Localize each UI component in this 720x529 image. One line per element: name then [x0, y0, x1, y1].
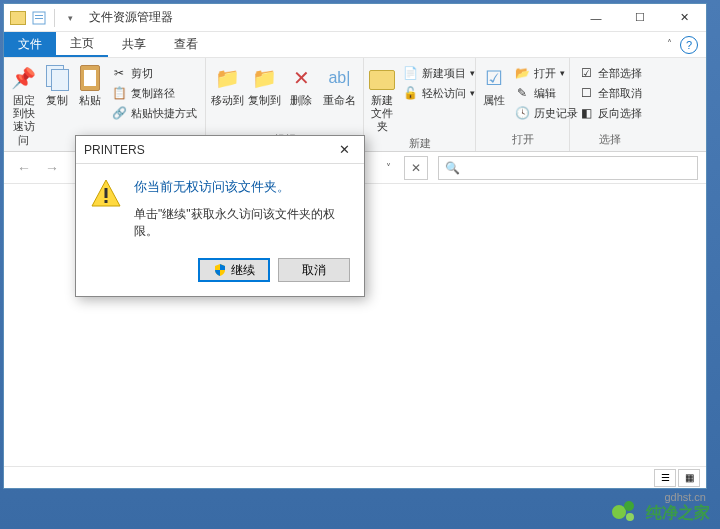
- delete-button[interactable]: ✕ 删除: [285, 60, 318, 107]
- select-all-icon: ☑: [578, 65, 594, 81]
- quick-access-toolbar: ▾: [4, 9, 85, 27]
- svg-rect-1: [35, 15, 43, 16]
- dialog-titlebar: PRINTERS ✕: [76, 136, 364, 164]
- easy-access-button[interactable]: 🔓轻松访问▾: [398, 84, 479, 102]
- maximize-button[interactable]: ☐: [618, 4, 662, 32]
- refresh-button[interactable]: ✕: [404, 156, 428, 180]
- select-all-button[interactable]: ☑全部选择: [574, 64, 646, 82]
- ribbon-collapse-icon[interactable]: ˄: [667, 38, 672, 49]
- history-icon: 🕓: [514, 105, 530, 121]
- paste-shortcut-button[interactable]: 🔗粘贴快捷方式: [107, 104, 201, 122]
- svg-rect-4: [105, 188, 108, 198]
- new-folder-button[interactable]: 新建 文件夹: [368, 60, 396, 134]
- tab-file[interactable]: 文件: [4, 32, 56, 57]
- cut-button[interactable]: ✂剪切: [107, 64, 201, 82]
- shortcut-icon: 🔗: [111, 105, 127, 121]
- search-icon: 🔍: [445, 161, 460, 175]
- open-icon: 📂: [514, 65, 530, 81]
- forward-button[interactable]: →: [40, 156, 64, 180]
- select-none-button[interactable]: ☐全部取消: [574, 84, 646, 102]
- rename-icon: ab|: [325, 64, 353, 92]
- copy-path-button[interactable]: 📋复制路径: [107, 84, 201, 102]
- move-to-button[interactable]: 📁 移动到: [210, 60, 245, 107]
- copy-icon: [46, 65, 68, 91]
- group-open-label: 打开: [480, 130, 565, 151]
- dialog-message: 单击"继续"获取永久访问该文件夹的权限。: [134, 206, 350, 240]
- warning-icon: [90, 178, 122, 210]
- copy-button[interactable]: 复制: [41, 60, 72, 107]
- move-icon: 📁: [214, 64, 242, 92]
- cancel-button[interactable]: 取消: [278, 258, 350, 282]
- select-none-icon: ☐: [578, 85, 594, 101]
- svg-rect-2: [35, 18, 43, 19]
- properties-qat-icon[interactable]: [30, 9, 48, 27]
- invert-icon: ◧: [578, 105, 594, 121]
- edit-icon: ✎: [514, 85, 530, 101]
- watermark: 纯净之家: [612, 501, 710, 525]
- delete-icon: ✕: [287, 64, 315, 92]
- copyto-icon: 📁: [251, 64, 279, 92]
- properties-button[interactable]: ☑ 属性: [480, 60, 508, 107]
- tab-share[interactable]: 共享: [108, 32, 160, 57]
- titlebar: ▾ 文件资源管理器 — ☐ ✕: [4, 4, 706, 32]
- svg-rect-5: [105, 200, 108, 203]
- tab-home[interactable]: 主页: [56, 32, 108, 57]
- watermark-logo: [612, 501, 642, 525]
- new-item-button[interactable]: 📄新建项目▾: [398, 64, 479, 82]
- dropdown-icon[interactable]: ▾: [61, 9, 79, 27]
- properties-icon: ☑: [480, 64, 508, 92]
- continue-button[interactable]: 继续: [198, 258, 270, 282]
- details-view-button[interactable]: ☰: [654, 469, 676, 487]
- shield-icon: [213, 263, 227, 277]
- minimize-button[interactable]: —: [574, 4, 618, 32]
- easy-access-icon: 🔓: [402, 85, 418, 101]
- invert-selection-button[interactable]: ◧反向选择: [574, 104, 646, 122]
- statusbar: ☰ ▦: [4, 466, 706, 488]
- pin-icon: 📌: [10, 64, 38, 92]
- icons-view-button[interactable]: ▦: [678, 469, 700, 487]
- path-icon: 📋: [111, 85, 127, 101]
- folder-icon[interactable]: [10, 11, 26, 25]
- window-title: 文件资源管理器: [89, 9, 173, 26]
- group-select-label: 选择: [574, 130, 646, 151]
- close-button[interactable]: ✕: [662, 4, 706, 32]
- new-item-icon: 📄: [402, 65, 418, 81]
- copy-to-button[interactable]: 📁 复制到: [247, 60, 282, 107]
- new-folder-icon: [369, 70, 395, 90]
- dialog-close-button[interactable]: ✕: [332, 140, 356, 160]
- paste-button[interactable]: 粘贴: [74, 60, 105, 107]
- pin-button[interactable]: 📌 固定到快 速访问: [8, 60, 39, 147]
- permission-dialog: PRINTERS ✕ 你当前无权访问该文件夹。 单击"继续"获取永久访问该文件夹…: [75, 135, 365, 297]
- dialog-title: PRINTERS: [84, 143, 145, 157]
- scissors-icon: ✂: [111, 65, 127, 81]
- help-icon[interactable]: ?: [680, 36, 698, 54]
- dialog-heading: 你当前无权访问该文件夹。: [134, 178, 350, 196]
- paste-icon: [80, 65, 100, 91]
- menubar: 文件 主页 共享 查看 ˄ ?: [4, 32, 706, 58]
- back-button[interactable]: ←: [12, 156, 36, 180]
- address-dropdown[interactable]: ˅: [376, 156, 400, 180]
- search-input[interactable]: 🔍: [438, 156, 698, 180]
- rename-button[interactable]: ab| 重命名: [320, 60, 359, 107]
- tab-view[interactable]: 查看: [160, 32, 212, 57]
